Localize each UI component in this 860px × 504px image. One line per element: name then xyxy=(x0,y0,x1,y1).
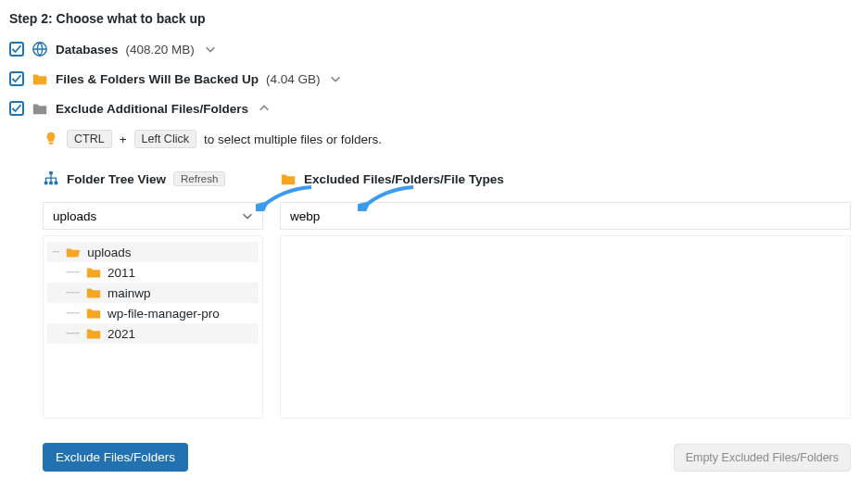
check-icon xyxy=(11,44,22,55)
tree-item-label: wp-file-manager-pro xyxy=(108,307,220,321)
tree-item[interactable]: ┈┈ mainwp xyxy=(47,283,259,303)
exclude-button[interactable]: Exclude Files/Folders xyxy=(43,443,188,472)
folder-select[interactable]: uploads xyxy=(43,202,263,230)
folder-icon xyxy=(85,284,102,301)
checkbox-files[interactable] xyxy=(9,71,24,86)
files-size: (4.04 GB) xyxy=(266,72,321,86)
tree-root[interactable]: ┈ uploads xyxy=(47,242,259,262)
svg-rect-1 xyxy=(49,143,54,145)
excluded-list[interactable] xyxy=(280,235,851,419)
kbd-ctrl: CTRL xyxy=(67,130,112,148)
databases-size: (408.20 MB) xyxy=(126,43,195,57)
folder-tree-header: Folder Tree View xyxy=(67,172,166,186)
checkbox-exclude[interactable] xyxy=(9,101,24,116)
row-exclude: Exclude Additional Files/Folders xyxy=(9,100,851,117)
sitemap-icon xyxy=(43,170,59,187)
svg-rect-3 xyxy=(44,182,48,185)
svg-rect-2 xyxy=(49,171,53,175)
hint-tail: to select multiple files or folders. xyxy=(204,132,382,146)
folder-icon xyxy=(280,170,297,187)
folder-tree[interactable]: ┈ uploads ┈┈ 2011 ┈┈ mainwp ┈┈ wp-file-m… xyxy=(43,235,263,419)
row-databases: Databases (408.20 MB) xyxy=(9,41,851,57)
tree-root-label: uploads xyxy=(87,246,131,259)
folder-open-icon xyxy=(65,244,82,260)
files-label: Files & Folders Will Be Backed Up xyxy=(56,72,259,86)
chevron-up-icon[interactable] xyxy=(256,100,272,117)
kbd-leftclick: Left Click xyxy=(134,130,196,148)
svg-rect-5 xyxy=(55,182,58,185)
globe-icon xyxy=(32,41,48,57)
step-title: Step 2: Choose what to back up xyxy=(9,11,851,26)
lightbulb-icon xyxy=(43,131,59,147)
chevron-down-icon[interactable] xyxy=(202,41,219,57)
excluded-input[interactable] xyxy=(280,202,851,230)
svg-rect-4 xyxy=(49,182,53,185)
databases-label: Databases xyxy=(56,43,119,57)
chevron-down-icon[interactable] xyxy=(327,70,344,87)
folder-icon xyxy=(32,70,48,87)
refresh-button[interactable]: Refresh xyxy=(173,171,225,186)
folder-icon xyxy=(85,325,102,342)
row-files: Files & Folders Will Be Backed Up (4.04 … xyxy=(9,70,851,87)
folder-tree-panel: Folder Tree View Refresh uploads ┈ uploa… xyxy=(43,169,263,419)
tree-item-label: mainwp xyxy=(108,286,151,300)
tree-item[interactable]: ┈┈ 2021 xyxy=(47,323,259,344)
check-icon xyxy=(11,73,22,84)
folder-grey-icon xyxy=(32,100,48,117)
hint-row: CTRL + Left Click to select multiple fil… xyxy=(43,130,851,148)
check-icon xyxy=(11,103,22,114)
checkbox-databases[interactable] xyxy=(9,42,24,57)
tree-item-label: 2021 xyxy=(108,327,135,341)
folder-icon xyxy=(85,305,102,321)
excluded-panel: Excluded Files/Folders/File Types xyxy=(280,169,851,419)
exclude-label: Exclude Additional Files/Folders xyxy=(56,102,248,116)
hint-plus: + xyxy=(120,132,127,146)
excluded-header: Excluded Files/Folders/File Types xyxy=(304,172,504,186)
tree-item-label: 2011 xyxy=(108,266,135,280)
tree-item[interactable]: ┈┈ wp-file-manager-pro xyxy=(47,303,259,323)
empty-excluded-button[interactable]: Empty Excluded Files/Folders xyxy=(674,444,851,472)
folder-icon xyxy=(85,264,102,281)
tree-item[interactable]: ┈┈ 2011 xyxy=(47,262,259,283)
